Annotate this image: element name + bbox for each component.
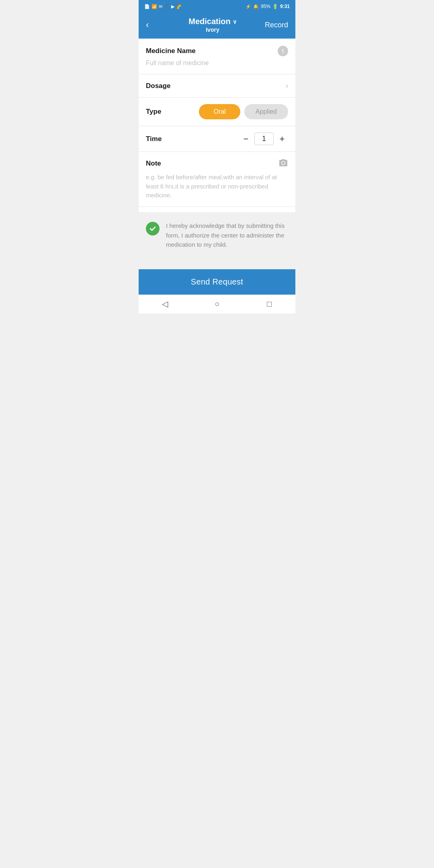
dosage-chevron-icon: › (286, 82, 288, 90)
type-label: Type (146, 108, 161, 116)
wifi-icon: 📶 (151, 4, 157, 9)
top-nav: ‹ Medication ∨ Ivory Record (139, 13, 295, 39)
clock: 9:31 (280, 4, 290, 9)
acknowledgment-text: I hereby acknowledge that by submitting … (166, 221, 288, 249)
bottom-nav: ◁ ○ □ (139, 295, 295, 313)
medicine-name-header: Medicine Name ! (146, 46, 288, 56)
note-placeholder-text: e.g. be fed before/after meal,with an in… (146, 173, 288, 200)
medicine-name-input[interactable] (146, 59, 288, 67)
nav-title-text: Medication (188, 17, 230, 26)
time-row: Time − 1 + (139, 126, 295, 152)
dosage-row[interactable]: Dosage › (139, 74, 295, 98)
alarm-icon: 🔔 (253, 4, 259, 9)
send-request-button[interactable]: Send Request (139, 269, 295, 295)
time-value: 1 (254, 133, 274, 145)
applied-button[interactable]: Applied (244, 104, 288, 119)
medicine-name-row: Medicine Name ! (139, 39, 295, 74)
back-nav-icon[interactable]: ◁ (158, 299, 172, 309)
status-right: ⚡ 🔔 95% 🔋 9:31 (246, 4, 290, 9)
status-left-icons: 📄 📶 ✉ 🎵 ▶ 🌈 (144, 4, 182, 9)
nav-title-block: Medication ∨ Ivory (188, 17, 236, 33)
time-decrement-button[interactable]: − (240, 134, 252, 144)
music-icon: 🎵 (164, 4, 170, 9)
note-label: Note (146, 160, 161, 168)
doc-icon: 📄 (144, 4, 150, 9)
oral-button[interactable]: Oral (199, 104, 240, 119)
bluetooth-icon: ⚡ (246, 4, 251, 9)
battery-percent: 95% (261, 4, 270, 9)
medicine-name-label: Medicine Name (146, 47, 196, 55)
nav-title: Medication ∨ (188, 17, 236, 26)
acknowledgment-checkbox[interactable] (146, 222, 160, 235)
dropdown-chevron-icon[interactable]: ∨ (233, 18, 237, 25)
info-icon[interactable]: ! (278, 46, 288, 56)
type-row: Type Oral Applied (139, 98, 295, 126)
recent-nav-icon[interactable]: □ (262, 299, 276, 309)
nav-subtitle: Ivory (206, 27, 219, 33)
home-nav-icon[interactable]: ○ (210, 299, 224, 309)
status-bar: 📄 📶 ✉ 🎵 ▶ 🌈 ⚡ 🔔 95% 🔋 9:31 (139, 0, 295, 13)
type-buttons: Oral Applied (199, 104, 288, 119)
photos-icon: 🌈 (176, 4, 182, 9)
time-controls: − 1 + (240, 133, 288, 145)
back-button[interactable]: ‹ (146, 20, 160, 30)
form-content: Medicine Name ! Dosage › Type Oral Appli… (139, 39, 295, 212)
record-button[interactable]: Record (265, 21, 288, 29)
dosage-label: Dosage (146, 82, 170, 90)
mail-icon: ✉ (159, 4, 162, 9)
note-header: Note (146, 158, 288, 169)
camera-icon[interactable] (278, 158, 288, 169)
time-increment-button[interactable]: + (276, 134, 288, 144)
time-label: Time (146, 135, 162, 143)
note-row: Note e.g. be fed before/after meal,with … (139, 152, 295, 207)
page-filler (139, 264, 295, 269)
svg-point-0 (282, 162, 285, 165)
battery-icon: 🔋 (272, 4, 278, 9)
play-icon: ▶ (171, 4, 174, 9)
acknowledgment-section: I hereby acknowledge that by submitting … (139, 212, 295, 264)
